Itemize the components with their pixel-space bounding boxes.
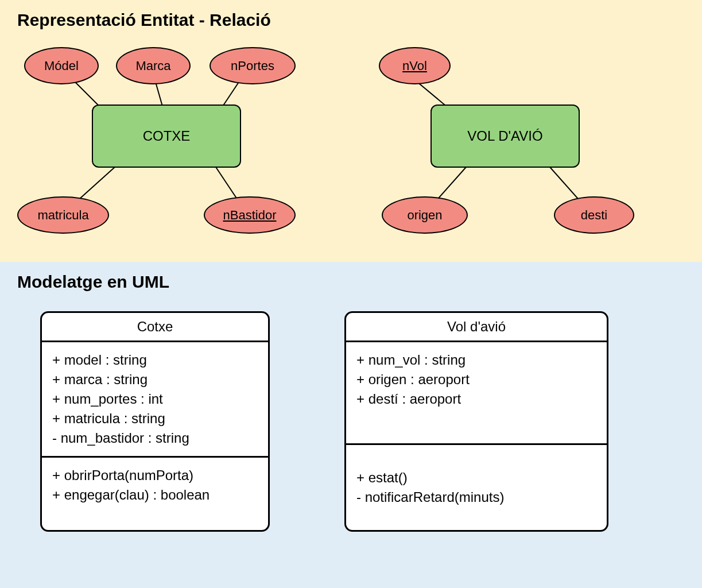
attr-nvol-label: nVol <box>402 59 427 74</box>
uml-section: Modelatge en UML Cotxe + model : string … <box>0 262 702 588</box>
attr-model: Módel <box>24 47 99 84</box>
uml-op-row: + obrirPorta(numPorta) <box>52 466 258 485</box>
attr-model-label: Módel <box>44 59 79 74</box>
uml-title: Modelatge en UML <box>17 272 685 292</box>
uml-op-row: - notificarRetard(minuts) <box>356 488 596 507</box>
uml-op-row: + engegar(clau) : boolean <box>52 485 258 505</box>
attr-matricula: matricula <box>17 196 109 234</box>
attr-nportes: nPortes <box>210 47 296 84</box>
entity-cotxe-label: COTXE <box>143 128 191 144</box>
uml-cotxe-attrs: + model : string + marca : string + num_… <box>42 342 268 458</box>
entity-vol-label: VOL D'AVIÓ <box>467 128 542 144</box>
attr-marca-label: Marca <box>135 59 170 74</box>
uml-attr-row: - num_bastidor : string <box>52 428 258 448</box>
er-canvas: COTXE Módel Marca nPortes matricula nBas… <box>17 36 685 254</box>
attr-matricula-label: matricula <box>37 208 88 223</box>
uml-vol-ops: + estat() - notificarRetard(minuts) <box>346 445 607 530</box>
uml-attr-row: + matricula : string <box>52 409 258 428</box>
uml-attr-row: + marca : string <box>52 370 258 389</box>
uml-attr-row: + destí : aeroport <box>356 389 596 409</box>
er-title: Representació Entitat - Relació <box>17 10 685 30</box>
uml-attr-row: + num_vol : string <box>356 350 596 370</box>
er-section: Representació Entitat - Relació COTXE Mó… <box>0 0 702 262</box>
entity-vol: VOL D'AVIÓ <box>430 105 580 168</box>
attr-desti-label: desti <box>581 208 607 223</box>
uml-attr-row: + origen : aeroport <box>356 370 596 389</box>
attr-nportes-label: nPortes <box>231 59 274 74</box>
attr-nbastidor-label: nBastidor <box>223 208 277 223</box>
uml-op-row: + estat() <box>356 468 596 488</box>
uml-class-vol: Vol d'avió + num_vol : string + origen :… <box>344 311 608 532</box>
uml-vol-name: Vol d'avió <box>346 313 607 342</box>
uml-cotxe-ops: + obrirPorta(numPorta) + engegar(clau) :… <box>42 458 268 513</box>
uml-vol-attrs: + num_vol : string + origen : aeroport +… <box>346 342 607 445</box>
uml-attr-row: + num_portes : int <box>52 389 258 409</box>
attr-origen-label: origen <box>407 208 442 223</box>
uml-boxes-container: Cotxe + model : string + marca : string … <box>17 297 685 546</box>
uml-attr-row: + model : string <box>52 350 258 370</box>
attr-nvol: nVol <box>379 47 451 84</box>
uml-class-cotxe: Cotxe + model : string + marca : string … <box>40 311 270 532</box>
attr-desti: desti <box>554 196 634 234</box>
attr-origen: origen <box>382 196 468 234</box>
attr-marca: Marca <box>116 47 191 84</box>
uml-cotxe-name: Cotxe <box>42 313 268 342</box>
entity-cotxe: COTXE <box>92 105 241 168</box>
attr-nbastidor: nBastidor <box>204 196 296 234</box>
